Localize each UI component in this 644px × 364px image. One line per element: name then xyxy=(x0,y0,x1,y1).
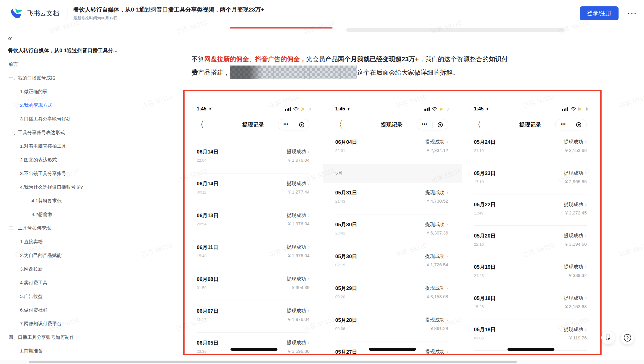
record-date: 06月14日 xyxy=(197,180,219,187)
withdraw-rows: 06月14日22:04提现成功›¥ 1,976.0406月14日00:11提现成… xyxy=(197,132,309,354)
toc-item[interactable]: 1.前期准备 xyxy=(0,344,182,358)
toc-item[interactable]: 2.我的变现方式 xyxy=(0,99,182,112)
battery-icon xyxy=(440,107,448,111)
record-date: 05月23日 xyxy=(474,170,496,177)
wifi-icon xyxy=(293,107,299,111)
toc-item[interactable]: 二、工具分享账号表达形式 xyxy=(0,126,182,140)
record-status: 提现成功› xyxy=(564,264,587,270)
toc-item[interactable]: 1.做正确的事 xyxy=(0,85,182,99)
chevron-right-icon: › xyxy=(585,233,587,238)
record-time: 02:15 xyxy=(335,263,357,267)
record-amount: ¥ 1,976.04 xyxy=(287,253,310,258)
toc-list: 前言一、我的口播账号成绩1.做正确的事2.我的变现方式3.口播工具分享账号好处二… xyxy=(0,58,182,358)
chevron-right-icon: › xyxy=(446,285,448,291)
outline-doc-title[interactable]: 餐饮人转行自媒体，从0-1通过抖音口播工具分... xyxy=(8,47,153,54)
horizontal-scrollbar-thumb[interactable] xyxy=(29,361,517,363)
record-amount: ¥ 861.28 xyxy=(425,326,448,331)
chevron-right-icon: › xyxy=(585,295,587,301)
phone-nav-bar: 〈 提现记录 ••• xyxy=(197,117,309,132)
record-status: 提现成功› xyxy=(425,221,448,228)
record-date: 05月29日 xyxy=(335,285,357,292)
record-status: 提现成功› xyxy=(564,170,587,177)
chevron-right-icon: › xyxy=(308,308,310,314)
toc-item[interactable]: 4.2想偷懒 xyxy=(0,208,182,221)
record-amount: ¥ 1,277.44 xyxy=(287,189,310,194)
phone-screenshot: 1:45 〈 提现记录 ••• 06月04日2 xyxy=(323,91,462,354)
record-time: 00:11 xyxy=(197,190,219,194)
record-time: 22:04 xyxy=(197,158,219,163)
record-date: 05月20日 xyxy=(474,232,496,239)
withdraw-record-row: 06月14日22:04提现成功›¥ 1,976.04 xyxy=(197,142,309,174)
toc-item[interactable]: 4.卖付费工具 xyxy=(0,276,182,290)
red-bold-text: 网盘拉新的佣金、抖音广告的佣金， xyxy=(204,56,306,62)
record-date: 05月30日 xyxy=(335,221,357,228)
toc-item[interactable]: 6.做付费社群 xyxy=(0,303,182,317)
withdraw-record-row: 05月23日17:10提现成功›¥ 2,965.65 xyxy=(474,163,587,194)
withdraw-record-row: 05月31日21:43提现成功›¥ 4,730.52 xyxy=(335,183,448,214)
toc-item[interactable]: 前言 xyxy=(0,58,182,71)
withdraw-record-row: 06月08日01:50提现成功›¥ 304.39 xyxy=(197,269,309,301)
toc-item[interactable]: 四、口播工具分享账号如何制作 xyxy=(0,331,182,344)
toc-item[interactable]: 7.网赚知识付费平台 xyxy=(0,317,182,331)
record-amount: ¥ 2,934.12 xyxy=(425,148,448,153)
record-time: 23:39 xyxy=(197,349,219,354)
toc-item[interactable]: 3.网盘拉新 xyxy=(0,262,182,276)
record-date: 06月05日 xyxy=(197,339,219,346)
capsule-close-icon xyxy=(438,122,443,127)
toc-item[interactable]: 三、工具号如何变现 xyxy=(0,221,182,235)
record-amount: ¥ 304.39 xyxy=(287,285,310,290)
help-button[interactable]: ? xyxy=(620,331,634,345)
chevron-right-icon: › xyxy=(308,276,310,282)
miniprogram-capsule: ••• xyxy=(278,119,309,130)
toc-item[interactable]: 5.广告收益 xyxy=(0,290,182,303)
bold-text: 费 xyxy=(192,69,198,76)
record-amount: ¥ 3,153.68 xyxy=(564,148,587,153)
record-status: 提现成功› xyxy=(564,233,587,239)
login-register-button[interactable]: 登录/注册 xyxy=(580,6,619,20)
toc-item[interactable]: 1.对着电脑直接拍工具 xyxy=(0,140,182,153)
withdraw-rows: 05月24日21:19提现成功›¥ 3,153.6805月23日17:10提现成… xyxy=(474,132,587,354)
capsule-close-icon xyxy=(299,122,304,127)
toc-item[interactable]: 一、我的口播账号成绩 xyxy=(0,71,182,85)
capsule-more-icon: ••• xyxy=(283,122,289,126)
more-menu-icon[interactable]: ··· xyxy=(628,9,637,18)
record-time: 20:54 xyxy=(197,222,219,226)
toc-item[interactable]: 4.我为什么选择做口播账号呢? xyxy=(0,180,182,194)
phone-screenshot: 1:45 〈 提现记录 ••• 06月14日2 xyxy=(185,91,323,354)
capsule-more-icon: ••• xyxy=(422,122,427,126)
record-time: 11:49 xyxy=(474,211,496,215)
location-arrow-icon xyxy=(208,107,212,111)
chevron-right-icon: › xyxy=(446,253,448,259)
record-status: 提现成功› xyxy=(564,139,587,145)
toc-item[interactable]: 2.图文的表达形式 xyxy=(0,153,182,167)
status-bar: 1:45 xyxy=(197,105,309,113)
phone-nav-bar: 〈 提现记录 ••• xyxy=(474,117,587,132)
collapse-sidebar-icon[interactable]: « xyxy=(8,34,17,43)
capsule-divider xyxy=(571,122,571,128)
record-time: 21:43 xyxy=(335,199,357,204)
toc-item[interactable]: 4.1剪辑要求低 xyxy=(0,194,182,208)
withdraw-record-row: 05月20日22:16提现成功›¥ 3,194.60 xyxy=(474,226,587,257)
withdraw-records-image[interactable]: 1:45 〈 提现记录 ••• 06月14日2 xyxy=(183,90,602,355)
toc-item[interactable]: 1.直接卖粉 xyxy=(0,235,182,249)
header-divider xyxy=(68,7,68,19)
wifi-icon xyxy=(570,107,576,111)
toc-item[interactable]: 3.不出镜工具分享账号 xyxy=(0,167,182,180)
record-status: 提现成功› xyxy=(425,285,448,292)
feedback-button[interactable] xyxy=(601,331,615,345)
brand-name: 飞书云文档 xyxy=(27,9,59,18)
record-date: 06月08日 xyxy=(197,276,219,283)
record-date: 06月11日 xyxy=(197,244,218,251)
record-amount: ¥ 3,153.68 xyxy=(425,294,448,299)
phone-screenshot: 1:45 〈 提现记录 ••• 05月24日2 xyxy=(462,91,600,354)
miniprogram-capsule: ••• xyxy=(555,119,587,130)
withdraw-record-row: 05月29日00:20提现成功›¥ 3,153.68 xyxy=(335,278,448,310)
record-status: 提现成功› xyxy=(287,149,310,155)
record-status: 提现成功› xyxy=(425,317,448,323)
toc-item[interactable]: 2.为自己的产品赋能 xyxy=(0,249,182,262)
visitor-watermark: 访客 58110 xyxy=(618,93,644,110)
location-arrow-icon xyxy=(485,107,489,111)
record-status: 提现成功› xyxy=(287,180,310,187)
toc-item[interactable]: 3.口播工具分享账号好处 xyxy=(0,112,182,126)
chevron-right-icon: › xyxy=(308,340,310,345)
